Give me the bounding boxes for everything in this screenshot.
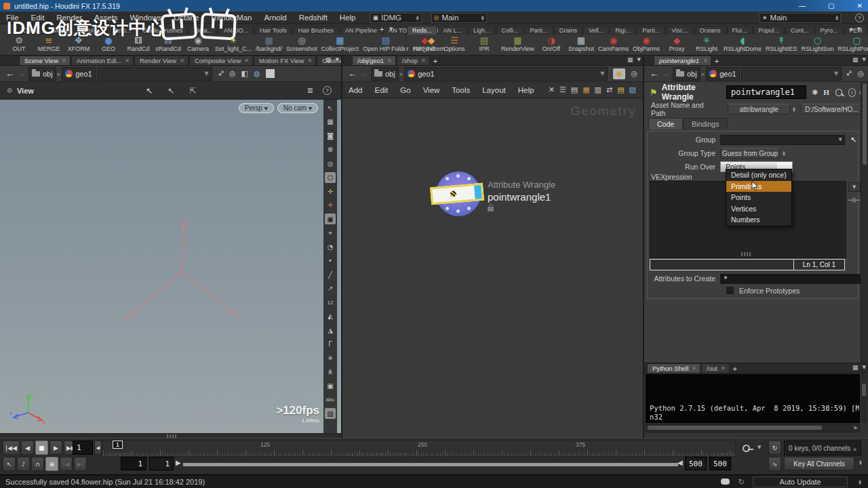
link-target-icon[interactable]: ◎	[229, 69, 236, 78]
shelf-tool[interactable]: ▤ IPR	[469, 35, 499, 52]
shelf-tool[interactable]: ◆ Proxy	[662, 35, 692, 52]
spinner-icon[interactable]: ▲▼	[783, 150, 785, 156]
pane-menu-icon[interactable]: ▼	[863, 365, 866, 370]
shelf-tab[interactable]: Guide Brushes	[137, 26, 189, 35]
shelf-tab[interactable]: Hair Brushes	[293, 26, 339, 35]
viewport-tool-icon[interactable]: ⋔	[325, 367, 336, 378]
shelf-tab[interactable]: Colli...	[496, 26, 524, 35]
forward-icon[interactable]: →	[17, 68, 26, 79]
menu-item[interactable]: Edit	[25, 14, 51, 22]
close-tab-icon[interactable]: ✕	[125, 58, 130, 64]
menu-item[interactable]: View	[417, 86, 446, 94]
range-end-field[interactable]: 500	[709, 457, 731, 470]
shelf-tab[interactable]: Oceans	[694, 26, 726, 35]
language-menu-button[interactable]: ▼	[848, 182, 861, 192]
menu-item[interactable]: RenderMan	[205, 14, 258, 22]
menu-item[interactable]: Help	[512, 86, 540, 94]
menu-item[interactable]: Layout	[476, 86, 512, 94]
resize-grip[interactable]	[741, 252, 751, 256]
scrollbar-thumb[interactable]	[862, 384, 866, 396]
shelf-tab[interactable]: Crea...	[18, 26, 47, 35]
parameters-scrollbar[interactable]	[861, 82, 868, 363]
menu-item[interactable]: Render	[50, 14, 88, 22]
shelf-tool[interactable]: ▤ Open HIP Folder	[361, 35, 410, 52]
param-tab[interactable]: Code	[648, 118, 683, 129]
shelf-tab[interactable]: Defo...	[107, 26, 136, 35]
spinner-icon[interactable]: ▲▼	[859, 479, 861, 485]
viewport-tool-icon[interactable]: ↖	[325, 102, 336, 113]
shelf-tool[interactable]: ○ RSLightSun	[800, 35, 836, 52]
close-tab-icon[interactable]: ✕	[62, 58, 66, 64]
viewport-tool-icon[interactable]: ✳	[325, 352, 336, 363]
range-slider-right-handle[interactable]: ◀	[677, 459, 683, 466]
transport-button[interactable]: ◀	[21, 441, 34, 455]
shelf-tool[interactable]: ☰ Options	[439, 35, 469, 52]
pane-tab[interactable]: /obj/geo1✕	[352, 56, 396, 65]
playback-option-button[interactable]: ∩	[31, 457, 44, 471]
pane-tab[interactable]: Motion FX View✕	[254, 56, 316, 65]
display-options-icon[interactable]: ≣	[307, 86, 313, 95]
range-start-field[interactable]: 1	[121, 457, 146, 470]
menu-item[interactable]: File	[0, 14, 25, 22]
shelf-tool[interactable]: ◎ Screenshot	[284, 35, 319, 52]
viewport-tool-icon[interactable]: •	[325, 256, 336, 266]
pane-tab[interactable]: Composite View✕	[189, 56, 253, 65]
forward-icon[interactable]: →	[661, 68, 670, 79]
close-tab-icon[interactable]: ✕	[180, 58, 184, 64]
main-take-combo[interactable]: ◎ Main ▲▼	[431, 13, 487, 23]
shelf-menu-icon[interactable]: ▼	[389, 26, 393, 32]
network-canvas[interactable]: Geometry Attribute Wrangle pointwrangle1	[342, 98, 643, 445]
key-all-channels-button[interactable]: Key All Channels	[784, 457, 854, 470]
viewport-tool-icon[interactable]: ◎	[325, 158, 336, 169]
shelf-tab[interactable]: Hair Tools	[254, 26, 292, 35]
chevron-down-icon[interactable]: ▼	[839, 137, 844, 142]
attributes-to-create-field[interactable]: *	[720, 274, 863, 284]
recook-icon[interactable]: ↻	[738, 477, 745, 487]
shelf-tool[interactable]: ◉ ObjParms	[631, 35, 662, 52]
playback-option-button[interactable]: ▶|	[74, 457, 87, 471]
shelf-tool[interactable]: ⚅ RandCd	[123, 35, 153, 52]
spinner-icon[interactable]: ▲▼	[859, 460, 862, 465]
shelf-tab[interactable]: Visc...	[666, 26, 693, 35]
network-toolbar-icon[interactable]: ▧	[629, 85, 636, 94]
menu-item[interactable]: Edit	[368, 86, 394, 94]
path-field[interactable]: ▼	[97, 67, 212, 81]
message-bubble-icon[interactable]	[721, 479, 730, 485]
shelf-tab[interactable]: Rigi...	[610, 26, 636, 35]
pane-menu-icon[interactable]: ▼	[336, 57, 339, 62]
viewport-tool-icon[interactable]: ▦	[325, 117, 336, 127]
link-target-icon[interactable]: ◎	[631, 69, 637, 78]
add-shelf-tab-button[interactable]: +	[846, 25, 856, 33]
shelf-tool[interactable]: ✥ XFORM	[64, 35, 94, 52]
back-icon[interactable]: ←	[348, 68, 357, 79]
viewport-tool-icon[interactable]: ◮	[325, 325, 336, 336]
viewport-tool-icon[interactable]: ◭	[325, 311, 336, 322]
pane-menu-icon[interactable]: ▼	[637, 57, 641, 62]
close-tab-icon[interactable]: ✕	[721, 365, 726, 371]
key-icon[interactable]	[743, 445, 750, 452]
viewport-tool-icon[interactable]: ○	[325, 172, 336, 183]
asset-name-combo[interactable]: attribwrangle	[728, 104, 789, 115]
shelf-tool[interactable]: ✳ RSLight	[692, 35, 722, 52]
pane-menu-icon[interactable]: ▼	[863, 57, 866, 62]
step-back-button[interactable]: ◀	[94, 441, 102, 455]
path-field[interactable]: ▼	[741, 67, 842, 81]
pane-layout-icon[interactable]: ▦	[627, 56, 633, 63]
menu-item[interactable]: Assets	[88, 14, 124, 22]
pane-tab[interactable]: Python Shell✕	[647, 363, 701, 373]
shelf-tab[interactable]: Parti...	[525, 26, 553, 35]
pane-layout-icon[interactable]: ▦	[326, 56, 332, 63]
shelf-tool[interactable]: ▦ CollectProject	[319, 35, 361, 52]
shelf-tab[interactable]: AN L...	[438, 26, 468, 35]
network-toolbar-icon[interactable]: ▥	[595, 85, 601, 94]
help-icon[interactable]: ?	[323, 86, 332, 95]
playback-option-button[interactable]: |◀	[60, 457, 73, 471]
add-shelf-tab-button[interactable]: +	[377, 25, 387, 33]
shelf-tab[interactable]: Reds...	[407, 26, 437, 35]
breadcrumb-node[interactable]: geo1	[404, 67, 437, 81]
menu-item[interactable]: Octane	[167, 14, 205, 22]
transport-button[interactable]: ■	[35, 441, 48, 455]
param-tab[interactable]: Bindings	[683, 118, 728, 129]
transport-button[interactable]: ▶	[50, 441, 62, 455]
shelf-tool[interactable]: ▦ RenderView	[499, 35, 536, 52]
